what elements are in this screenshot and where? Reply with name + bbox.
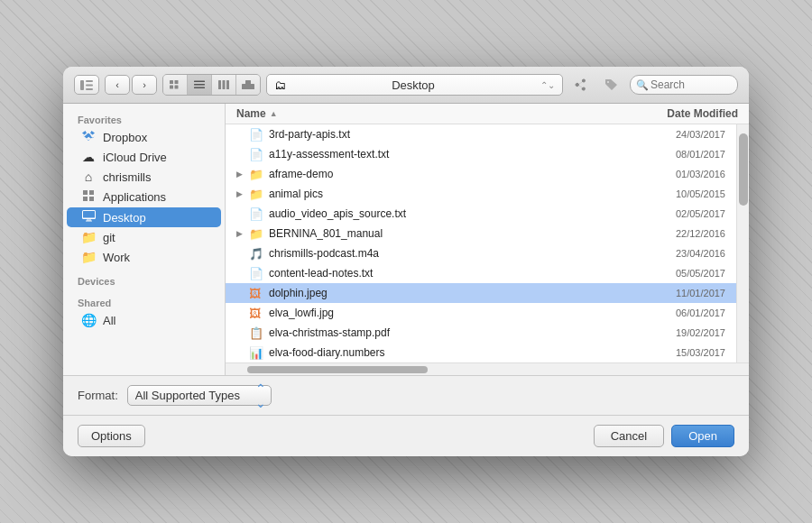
col-name-label: Name [236,107,266,120]
file-name: content-lead-notes.txt [269,267,626,280]
file-row[interactable]: ▶📁BERNINA_801_manual22/12/2016 [226,224,736,243]
folder-file-icon: 📁 [249,188,265,201]
file-name: aframe-demo [269,168,626,180]
col-date-header[interactable]: Date Modified [639,107,738,120]
file-name: elva-christmas-stamp.pdf [269,326,626,339]
cover-flow-button[interactable] [236,75,260,95]
svg-rect-11 [218,80,221,89]
col-name-header[interactable]: Name ▲ [236,107,639,120]
svg-rect-12 [223,80,226,89]
sidebar: Favorites Dropbox ☁ iCloud Drive ⌂ chris… [63,104,226,375]
file-row[interactable]: 🖼dolphin.jpeg11/01/2017 [226,283,736,303]
tag-button[interactable] [599,75,624,95]
file-dialog: ‹ › 🗂 Desktop ⌃⌄ [63,67,749,456]
file-row[interactable]: 🖼elva_lowfi.jpg06/01/2017 [226,303,736,323]
sidebar-item-work-label: Work [103,251,130,264]
sidebar-item-applications[interactable]: Applications [67,187,221,207]
search-input[interactable] [631,78,737,91]
globe-icon: 🌐 [81,313,96,327]
expand-arrow-icon[interactable]: ▶ [236,229,249,238]
svg-rect-9 [194,84,205,86]
sidebar-item-chrismills-label: chrismills [103,170,151,184]
file-row[interactable]: 📋elva-christmas-stamp.pdf19/02/2017 [226,323,736,343]
file-date: 22/12/2016 [626,228,725,239]
format-select[interactable]: All Supported Types All Files Images Tex… [127,385,272,406]
folder-file-icon: 📁 [249,227,265,241]
format-select-wrapper: All Supported Types All Files Images Tex… [127,385,272,406]
scrollbar-thumb[interactable] [739,133,748,206]
sidebar-item-dropbox-label: Dropbox [103,131,147,144]
open-button[interactable]: Open [671,425,734,447]
expand-arrow-icon[interactable]: ▶ [236,170,249,179]
file-list-container: Name ▲ Date Modified 📄3rd-party-apis.txt… [226,104,749,375]
svg-rect-3 [86,88,93,90]
sidebar-item-dropbox[interactable]: Dropbox [67,127,221,147]
main-body: Favorites Dropbox ☁ iCloud Drive ⌂ chris… [63,104,749,375]
file-date: 02/05/2017 [626,208,725,219]
svg-rect-18 [87,220,91,221]
img-file-icon: 🖼 [249,307,265,320]
sort-arrow-icon: ▲ [270,109,278,118]
svg-rect-5 [175,80,179,84]
list-view-button[interactable] [188,75,211,95]
svg-rect-6 [170,86,173,89]
file-name: a11y-assessment-text.txt [269,148,626,161]
expand-arrow-icon[interactable]: ▶ [236,189,249,198]
svg-rect-1 [86,80,93,82]
svg-rect-4 [170,80,173,84]
file-row[interactable]: 📄audio_video_apis_source.txt02/05/2017 [226,204,736,224]
file-date: 05/05/2017 [626,268,725,279]
back-button[interactable]: ‹ [105,75,130,95]
file-row[interactable]: ▶📁animal pics10/05/2015 [226,184,736,204]
horizontal-scrollbar[interactable] [226,362,749,375]
file-row[interactable]: 📄3rd-party-apis.txt24/03/2017 [226,124,736,144]
location-chevrons: ⌃⌄ [540,80,555,90]
file-row[interactable]: ▶📁aframe-demo01/03/2016 [226,164,736,184]
favorites-section-label: Favorites [63,111,225,127]
column-view-button[interactable] [212,75,235,95]
folder-file-icon: 📁 [249,168,265,181]
file-date: 08/01/2017 [626,149,725,160]
file-date: 15/03/2017 [626,347,725,358]
cancel-button[interactable]: Cancel [594,425,664,447]
search-box[interactable]: 🔍 [630,75,738,95]
file-name: elva-food-diary.numbers [269,346,626,359]
img-file-icon: 🖼 [249,287,265,300]
location-bar[interactable]: 🗂 Desktop ⌃⌄ [266,74,563,96]
sidebar-item-work[interactable]: 📁 Work [67,247,221,267]
sidebar-item-chrismills[interactable]: ⌂ chrismills [67,167,221,187]
filelist-scroll-area: 📄3rd-party-apis.txt24/03/2017📄a11y-asses… [226,124,749,362]
file-date: 23/04/2016 [626,248,725,259]
txt-file-icon: 📄 [249,148,265,161]
file-date: 19/02/2017 [626,327,725,338]
file-row[interactable]: 📄content-lead-notes.txt05/05/2017 [226,263,736,283]
numbers-file-icon: 📊 [249,346,265,360]
view-mode-group [162,74,261,96]
scrollbar-track[interactable] [736,124,749,362]
options-button[interactable]: Options [78,425,145,447]
sidebar-item-git[interactable]: 📁 git [67,227,221,247]
forward-button[interactable]: › [132,75,157,95]
file-date: 01/03/2016 [626,169,725,179]
share-button[interactable] [568,75,594,95]
sidebar-toggle-button[interactable] [74,75,99,95]
sidebar-item-desktop[interactable]: Desktop [67,207,221,227]
audio-file-icon: 🎵 [249,247,265,261]
devices-section-label: Devices [63,272,225,289]
horizontal-scrollbar-thumb[interactable] [247,366,428,373]
txt-file-icon: 📄 [249,207,265,221]
file-name: dolphin.jpeg [269,287,626,299]
filelist-header: Name ▲ Date Modified [226,104,749,124]
icon-view-button[interactable] [163,75,187,95]
file-name: BERNINA_801_manual [269,227,626,240]
file-name: elva_lowfi.jpg [269,307,626,319]
git-folder-icon: 📁 [81,230,96,244]
svg-rect-8 [194,81,205,83]
file-row[interactable]: 🎵chrismills-podcast.m4a23/04/2016 [226,243,736,263]
svg-rect-2 [86,84,93,86]
location-folder-icon: 🗂 [274,78,286,92]
sidebar-item-all[interactable]: 🌐 All [67,310,221,330]
sidebar-item-icloud[interactable]: ☁ iCloud Drive [67,147,221,167]
file-row[interactable]: 📄a11y-assessment-text.txt08/01/2017 [226,144,736,164]
file-row[interactable]: 📊elva-food-diary.numbers15/03/2017 [226,343,736,362]
